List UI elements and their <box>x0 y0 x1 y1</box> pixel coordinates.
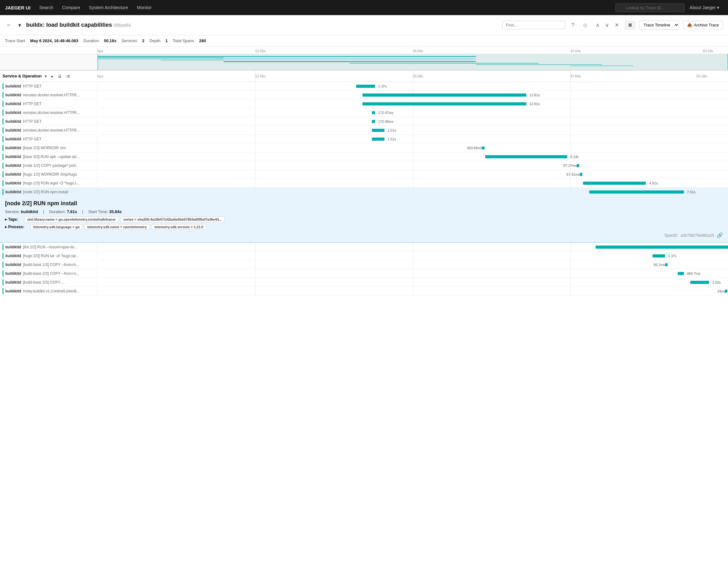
span-service-name: buildkitd <box>5 254 21 258</box>
span-color-indicator <box>3 110 3 116</box>
archive-trace-btn[interactable]: 📥 Archive Trace <box>683 21 723 29</box>
nav-search[interactable]: Search <box>35 3 57 12</box>
table-row[interactable]: buildkitdremotes.docker.resolver.HTTPR..… <box>0 108 728 117</box>
span-color-indicator <box>3 253 3 259</box>
close-find-btn[interactable]: ✕ <box>612 21 621 29</box>
grid-line <box>413 243 413 251</box>
grid-line <box>413 108 413 117</box>
span-operation-name: HTTP GET <box>23 119 41 124</box>
keyboard-shortcut-btn[interactable]: ⌘ <box>625 21 635 29</box>
table-row[interactable]: buildkitdHTTP GET12.81s <box>0 100 728 108</box>
detail-process-section: ▸ Process: telemetry.sdk.language = gote… <box>5 224 723 230</box>
nav-monitor[interactable]: Monitor <box>133 3 155 12</box>
tags-header[interactable]: ▸ Tags: otel.library.name = go.opentelem… <box>5 217 723 222</box>
table-row[interactable]: buildkitd[hugo 3/3] RUN tar -xf "hugo.ta… <box>0 251 728 260</box>
expand-chevron[interactable]: ▾ <box>17 20 22 30</box>
span-list-area[interactable]: buildkitdHTTP GET1.37sbuildkitdremotes.d… <box>0 82 728 571</box>
grid-line <box>570 126 571 134</box>
table-row[interactable]: buildkitd[node 1/2] COPY package*.json .… <box>0 161 728 170</box>
table-row[interactable]: buildkitd[build-base 2/3] COPY --from=n.… <box>0 269 728 278</box>
next-span-btn[interactable]: ∨ <box>603 21 612 29</box>
table-row[interactable]: buildkitd[base 3/3] RUN apk --update ad.… <box>0 152 728 161</box>
grid-line <box>570 117 571 126</box>
span-duration-label: 1.37s <box>668 254 677 258</box>
collapse-children-btn[interactable]: ⇊ <box>56 73 63 79</box>
services-label: Services <box>121 38 137 43</box>
detail-meta: Service: buildkitd | Duration: 7.61s | S… <box>5 209 723 214</box>
grid-line <box>413 143 413 152</box>
grid-line <box>570 188 571 196</box>
span-duration-label: 24μs <box>717 289 725 293</box>
grid-line <box>413 161 413 170</box>
span-tick-0: 0μs <box>98 74 103 78</box>
span-bar <box>485 155 567 158</box>
timeline-mode-select[interactable]: Trace Timeline <box>639 20 679 30</box>
tick-4: 50.18s <box>703 49 713 53</box>
span-color-indicator <box>3 288 3 294</box>
span-timeline-cell: 172.45ms <box>98 117 728 126</box>
table-row[interactable]: buildkitd[lint 2/2] RUN --mount=type=bi.… <box>0 243 728 251</box>
collapse-all-btn[interactable]: ▾ <box>43 73 48 79</box>
table-row[interactable]: buildkitdHTTP GET1.37s <box>0 82 728 91</box>
span-operation-name: [lint 2/2] RUN --mount=type=bi... <box>23 245 77 249</box>
span-bar <box>589 191 684 194</box>
back-button[interactable]: ← <box>5 20 13 30</box>
grid-line <box>570 278 571 287</box>
span-operation-name: [hugo 2/3] RUN wget -O "hugo.t... <box>23 181 79 186</box>
trace-id-input[interactable] <box>615 3 685 12</box>
tick-3: 37.64s <box>570 49 581 53</box>
table-row[interactable]: buildkitd[node 2/2] RUN npm install7.61s <box>0 188 728 197</box>
span-timeline-cell: 6.14s <box>98 152 728 161</box>
span-tick-2: 25.09s <box>413 74 423 78</box>
span-timeline-cell: 1.37s <box>98 251 728 260</box>
service-operation-header: Service & Operation ▾ ▸ ⇊ ⇉ <box>0 73 98 79</box>
grid-line <box>413 82 413 90</box>
span-operation-name: remotes.docker.resolver.HTTPR... <box>23 93 80 97</box>
process-label: Process: <box>8 225 24 229</box>
span-tick-3: 37.64s <box>570 74 581 78</box>
table-row[interactable]: buildkitdmoby.buildkit.v1.Control/Listen… <box>0 287 728 296</box>
span-bar <box>580 173 582 176</box>
duration-label: Duration <box>84 38 99 43</box>
span-left-cell: buildkitd[base 2/3] WORKDIR /src <box>0 145 98 151</box>
nav-compare[interactable]: Compare <box>58 3 84 12</box>
grid-line <box>255 188 256 196</box>
table-row[interactable]: buildkitd[base 2/3] WORKDIR /src303.86ms <box>0 143 728 152</box>
help-button[interactable]: ? <box>569 21 577 29</box>
span-operation-name: [base 2/3] WORKDIR /src <box>23 146 66 150</box>
span-left-cell: buildkitdHTTP GET <box>0 101 98 107</box>
minimap[interactable] <box>0 54 728 71</box>
table-row[interactable]: buildkitd[hugo 2/3] RUN wget -O "hugo.t.… <box>0 179 728 188</box>
about-jaeger-btn[interactable]: About Jaeger ▾ <box>686 3 723 12</box>
span-color-indicator <box>3 261 3 268</box>
expand-btn[interactable]: ▸ <box>50 73 55 79</box>
minimap-left <box>0 54 98 70</box>
nav-system-architecture[interactable]: System Architecture <box>85 3 132 12</box>
prev-span-btn[interactable]: ∧ <box>593 21 602 29</box>
expand-all-btn[interactable]: ⇉ <box>65 73 71 79</box>
process-tag-item: telemetry.sdk.version = 1.21.0 <box>152 224 206 230</box>
table-row[interactable]: buildkitdremotes.docker.resolver.HTTPR..… <box>0 91 728 100</box>
table-row[interactable]: buildkitd[build-base 3/3] COPY ...1.62s <box>0 278 728 287</box>
copy-link-btn[interactable]: 🔗 <box>717 232 723 238</box>
span-duration-label: 303.86ms <box>467 146 482 150</box>
table-row[interactable]: buildkitdremotes.docker.resolver.HTTPR..… <box>0 126 728 135</box>
span-operation-name: [node 2/2] RUN npm install <box>23 190 68 194</box>
table-row[interactable]: buildkitd[build-base 1/3] COPY --from=h.… <box>0 260 728 269</box>
span-timeline-cell: 4.91s <box>98 179 728 187</box>
span-left-cell: buildkitd[node 2/2] RUN npm install <box>0 189 98 195</box>
span-timeline-cell: 24μs <box>98 287 728 295</box>
span-duration-label: 1.51s <box>388 128 396 132</box>
table-row[interactable]: buildkitdHTTP GET172.45ms <box>0 117 728 126</box>
span-operation-name: HTTP GET <box>23 84 41 89</box>
span-color-indicator <box>3 279 3 286</box>
table-row[interactable]: buildkitdHTTP GET1.51s <box>0 135 728 143</box>
grid-line <box>255 126 256 134</box>
span-bar <box>665 263 668 266</box>
diamond-icon-btn[interactable]: ◇ <box>581 21 590 29</box>
expand-icon: ▸ <box>5 217 7 222</box>
brand-logo: JAEGER UI <box>5 5 30 10</box>
find-input[interactable] <box>502 21 565 29</box>
process-header[interactable]: ▸ Process: telemetry.sdk.language = gote… <box>5 224 723 230</box>
table-row[interactable]: buildkitd[hugo 1/3] WORKDIR /tmp/hugo57.… <box>0 170 728 179</box>
